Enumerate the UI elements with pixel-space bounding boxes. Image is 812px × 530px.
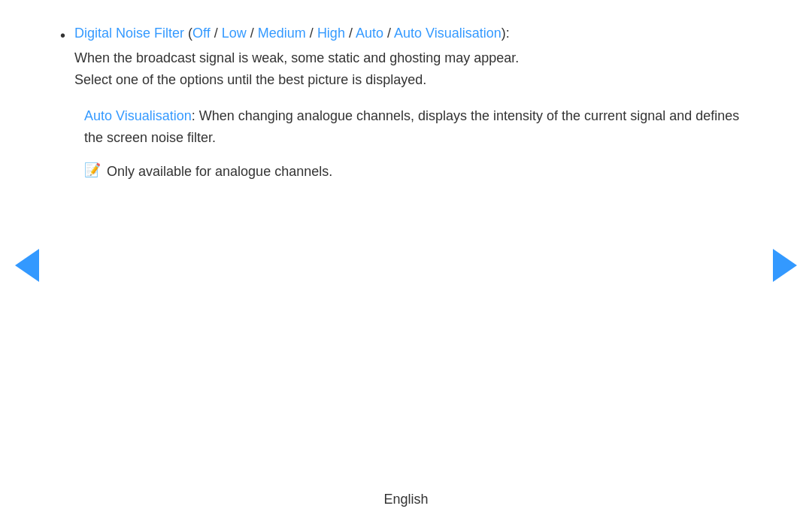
auto-vis-label[interactable]: Auto Visualisation: [84, 108, 192, 123]
footer-language: English: [383, 492, 428, 507]
slash5: /: [383, 26, 394, 41]
option-auto[interactable]: Auto: [356, 26, 383, 41]
bullet-dot: •: [60, 24, 65, 47]
note-section: 📝 Only available for analogue channels.: [84, 161, 752, 183]
option-low[interactable]: Low: [222, 26, 247, 41]
footer: English: [0, 492, 812, 507]
paren-close: ):: [501, 26, 510, 41]
bullet-section: • Digital Noise Filter (Off / Low / Medi…: [60, 23, 752, 90]
first-line: Digital Noise Filter (Off / Low / Medium…: [74, 23, 752, 44]
slash1: /: [211, 26, 222, 41]
description-line2: Select one of the options until the best…: [74, 69, 752, 91]
next-arrow-button[interactable]: [773, 249, 797, 282]
note-text: Only available for analogue channels.: [107, 161, 332, 183]
option-medium[interactable]: Medium: [258, 26, 306, 41]
option-auto-visualisation[interactable]: Auto Visualisation: [394, 26, 501, 41]
description-line1: When the broadcast signal is weak, some …: [74, 47, 752, 69]
option-high[interactable]: High: [317, 26, 345, 41]
option-off[interactable]: Off: [192, 26, 211, 41]
bullet-content: Digital Noise Filter (Off / Low / Medium…: [74, 23, 752, 90]
note-icon: 📝: [84, 162, 101, 178]
digital-noise-filter-label[interactable]: Digital Noise Filter: [74, 26, 184, 41]
slash2: /: [247, 26, 258, 41]
main-content: • Digital Noise Filter (Off / Low / Medi…: [0, 0, 812, 183]
slash3: /: [306, 26, 317, 41]
auto-vis-section: Auto Visualisation: When changing analog…: [84, 105, 752, 149]
prev-arrow-button[interactable]: [15, 249, 39, 282]
slash4: /: [345, 26, 356, 41]
